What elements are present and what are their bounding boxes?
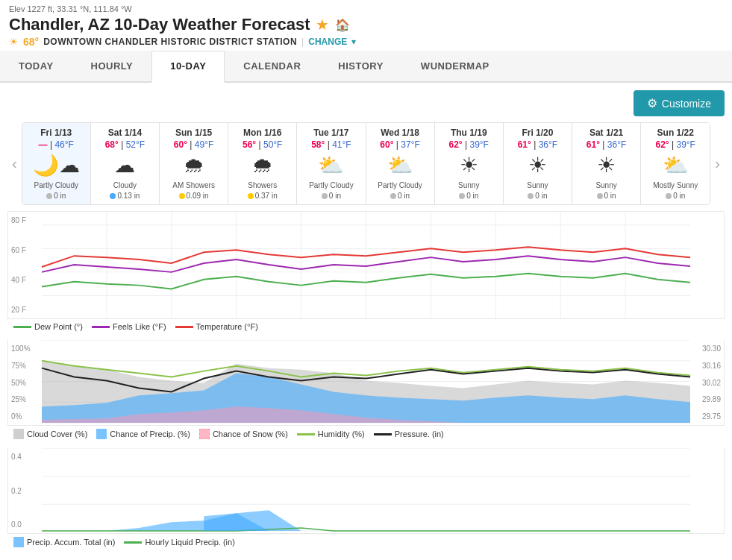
hourly-liquid-line-icon: [124, 541, 142, 544]
precip-chart: 0.4 0.2 0.0: [7, 448, 725, 534]
prev-arrow-button[interactable]: ‹: [7, 155, 22, 172]
next-arrow-button[interactable]: ›: [710, 155, 725, 172]
temp-hi: 61°: [518, 139, 531, 150]
day-col-2[interactable]: Sun 1/15 60° | 49°F 🌧 AM Showers 0.09 in: [160, 123, 228, 204]
pct-y-axis-right: 30.30 30.16 30.02 29.89 29.75: [690, 340, 724, 425]
day-temps: 62° | 39°F: [642, 139, 708, 150]
day-precip: 0 in: [574, 192, 639, 200]
precip-pct-box-icon: [96, 429, 107, 439]
humidity-line-icon: [297, 433, 315, 435]
day-label: Sun 1/15: [161, 128, 226, 138]
tab-today[interactable]: TODAY: [0, 51, 72, 81]
temp-lo: 36°F: [607, 139, 626, 150]
day-weather-icon: ☀: [574, 153, 639, 177]
day-precip: 0.37 in: [230, 192, 295, 200]
chevron-down-icon: ▾: [351, 37, 356, 47]
day-desc: Sunny: [574, 180, 639, 190]
dewpoint-line-icon: [13, 326, 31, 328]
temp-lo: 52°F: [126, 139, 145, 150]
day-weather-icon: ⛅: [298, 153, 363, 177]
day-col-3[interactable]: Mon 1/16 56° | 50°F 🌧 Showers 0.37 in: [228, 123, 297, 204]
legend-feellike: Feels Like (°F): [92, 322, 166, 331]
temp-y-axis-right: [690, 212, 724, 318]
change-station-link[interactable]: CHANGE: [308, 37, 347, 47]
day-precip: 0.13 in: [93, 192, 157, 200]
precip-chart-legend: Precip. Accum. Total (in) Hourly Liquid …: [7, 534, 725, 550]
day-temps: 61° | 36°F: [574, 139, 639, 150]
legend-temp: Temperature (°F): [175, 322, 258, 331]
home-icon[interactable]: 🏠: [335, 18, 350, 32]
tab-history[interactable]: HISTORY: [319, 51, 402, 81]
legend-dewpoint: Dew Point (°): [13, 322, 83, 331]
day-precip: 0 in: [505, 192, 570, 200]
precip-dot-icon: [46, 193, 52, 199]
day-temps: 62° | 39°F: [437, 139, 501, 150]
temp-lo: 39°F: [469, 139, 488, 150]
day-col-5[interactable]: Wed 1/18 60° | 37°F ⛅ Partly Cloudy 0 in: [366, 123, 435, 204]
day-precip: 0.09 in: [161, 192, 226, 200]
precip-dot-icon: [528, 193, 534, 199]
temp-line-icon: [175, 326, 193, 328]
day-temps: 58° | 41°F: [298, 139, 363, 150]
day-col-1[interactable]: Sat 1/14 68° | 52°F ☁ Cloudy 0.13 in: [91, 123, 160, 204]
day-desc: Cloudy: [93, 180, 157, 190]
day-col-8[interactable]: Sat 1/21 61° | 36°F ☀ Sunny 0 in: [572, 123, 641, 204]
customize-button[interactable]: ⚙ Customize: [634, 90, 725, 116]
snow-pct-box-icon: [199, 429, 210, 439]
tab-10day[interactable]: 10-DAY: [151, 51, 225, 83]
day-desc: Partly Cloudy: [298, 180, 363, 190]
day-col-7[interactable]: Fri 1/20 61° | 36°F ☀ Sunny 0 in: [504, 123, 572, 204]
day-weather-icon: ⛅: [642, 153, 708, 177]
temp-lo: 36°F: [539, 139, 557, 150]
day-desc: Partly Cloudy: [368, 180, 433, 190]
legend-precip-pct: Chance of Precip. (%): [96, 429, 190, 439]
temp-hi: 60°: [174, 139, 187, 150]
day-label: Sat 1/14: [93, 128, 157, 138]
legend-pressure: Pressure. (in): [374, 430, 444, 438]
day-desc: AM Showers: [161, 180, 226, 190]
pct-svg: [42, 340, 690, 425]
day-weather-icon: ☀: [505, 153, 570, 177]
favorite-star-icon[interactable]: ★: [316, 16, 329, 34]
customize-label: Customize: [662, 98, 711, 110]
day-weather-icon: 🌧: [161, 153, 226, 177]
tab-calendar[interactable]: CALENDAR: [225, 51, 319, 81]
day-col-9[interactable]: Sun 1/22 62° | 39°F ⛅ Mostly Sunny 0 in: [641, 123, 710, 204]
main-content: ⚙ Customize ‹ Fri 1/13 — | 46°F 🌙☁ Partl…: [0, 83, 732, 550]
precip-chart-section: 0.4 0.2 0.0: [7, 448, 725, 550]
day-col-4[interactable]: Tue 1/17 58° | 41°F ⛅ Partly Cloudy 0 in: [297, 123, 366, 204]
day-temps: 60° | 37°F: [368, 139, 433, 150]
day-desc: Sunny: [505, 180, 570, 190]
temp-chart-inner: [42, 212, 690, 318]
legend-hourly-liquid: Hourly Liquid Precip. (in): [124, 538, 234, 547]
day-label: Sat 1/21: [574, 128, 639, 138]
day-desc: Mostly Sunny: [642, 180, 708, 190]
tab-hourly[interactable]: HOURLY: [72, 51, 152, 81]
tab-wundermap[interactable]: WUNDERMAP: [402, 51, 508, 81]
precip-dot-icon: [322, 193, 328, 199]
precip-dot-icon: [666, 193, 672, 199]
precip-dot-icon: [390, 193, 396, 199]
day-col-0[interactable]: Fri 1/13 — | 46°F 🌙☁ Partly Cloudy 0 in: [22, 123, 91, 204]
temperature-chart-section: 80 F 60 F 40 F 20 F: [7, 211, 725, 334]
temp-lo: 37°F: [401, 139, 419, 150]
temp-hi: 56°: [243, 139, 256, 150]
temp-y-axis: 80 F 60 F 40 F 20 F: [8, 212, 42, 318]
legend-humidity: Humidity (%): [297, 430, 365, 438]
current-temp: 68°: [23, 36, 39, 48]
temp-svg: [42, 212, 690, 318]
temp-lo: 50°F: [263, 139, 282, 150]
gear-icon: ⚙: [647, 96, 657, 110]
precip-dot-icon: [248, 193, 254, 199]
temp-hi: 62°: [449, 139, 463, 150]
day-temps: 56° | 50°F: [230, 139, 295, 150]
temp-lo: 49°F: [195, 139, 213, 150]
day-weather-icon: ☁: [93, 153, 157, 177]
day-weather-icon: ☀: [437, 153, 501, 177]
pct-chart-legend: Cloud Cover (%) Chance of Precip. (%) Ch…: [7, 426, 725, 442]
day-desc: Partly Cloudy: [24, 180, 89, 190]
day-label: Tue 1/17: [298, 128, 363, 138]
day-precip: 0 in: [368, 192, 433, 200]
day-precip: 0 in: [24, 192, 89, 200]
day-col-6[interactable]: Thu 1/19 62° | 39°F ☀ Sunny 0 in: [435, 123, 504, 204]
